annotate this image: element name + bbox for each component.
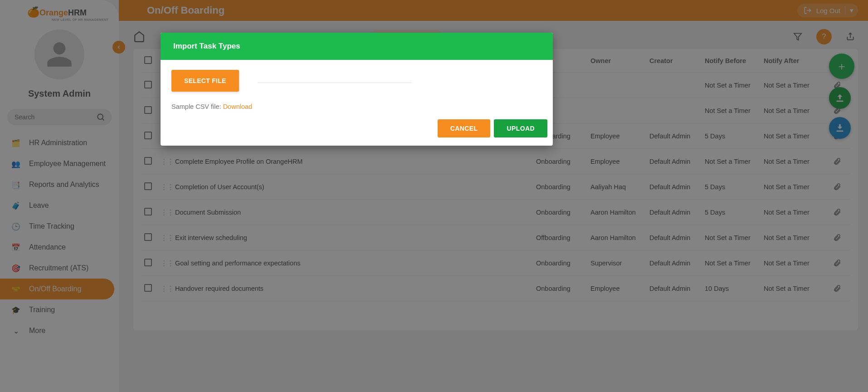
sample-csv-text: Sample CSV file: Download: [171, 103, 542, 110]
sample-prefix: Sample CSV file:: [171, 103, 223, 110]
download-sample-link[interactable]: Download: [223, 103, 253, 110]
modal-title: Import Task Types: [161, 33, 553, 60]
file-input-underline: [258, 83, 412, 83]
import-task-types-modal: Import Task Types SELECT FILE Sample CSV…: [161, 33, 553, 146]
select-file-button[interactable]: SELECT FILE: [171, 70, 239, 92]
cancel-button[interactable]: CANCEL: [438, 119, 491, 137]
upload-button[interactable]: UPLOAD: [494, 119, 547, 137]
